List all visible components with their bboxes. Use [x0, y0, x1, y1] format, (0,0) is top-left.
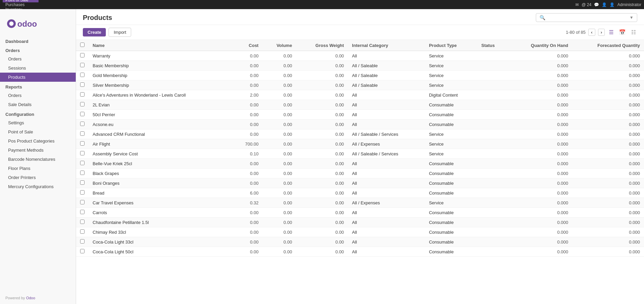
- next-page-button[interactable]: ›: [598, 29, 605, 36]
- sidebar-item-point-of-sale[interactable]: Point of Sale: [0, 127, 76, 136]
- cell-cost: 0.00: [232, 120, 262, 129]
- sidebar-item-payment-methods[interactable]: Payment Methods: [0, 146, 76, 155]
- table-row[interactable]: Belle-Vue Kriek 25cl0.000.000.00AllConsu…: [76, 159, 644, 169]
- row-checkbox-col[interactable]: [76, 198, 89, 208]
- row-checkbox-col[interactable]: [76, 100, 89, 110]
- row-checkbox[interactable]: [80, 63, 85, 67]
- row-checkbox[interactable]: [80, 141, 85, 146]
- username[interactable]: Administrator: [617, 2, 641, 7]
- table-row[interactable]: Bread6.000.000.00AllConsumable0.0000.000: [76, 188, 644, 198]
- cell-gross-weight: 0.00: [296, 149, 348, 159]
- row-checkbox[interactable]: [80, 249, 85, 253]
- row-checkbox-col[interactable]: [76, 110, 89, 120]
- activity-view-button[interactable]: 📅: [618, 28, 627, 36]
- odoo-link[interactable]: Odoo: [26, 296, 35, 300]
- search-bar[interactable]: 🔍 ▼: [536, 13, 637, 22]
- cell-forecasted-quantity: 0.000: [572, 247, 644, 257]
- row-checkbox-col[interactable]: [76, 80, 89, 90]
- row-checkbox-col[interactable]: [76, 51, 89, 61]
- prev-page-button[interactable]: ‹: [588, 29, 595, 36]
- row-checkbox[interactable]: [80, 200, 85, 204]
- search-input[interactable]: [547, 15, 627, 20]
- sidebar-group-orders[interactable]: Orders: [0, 45, 76, 54]
- table-row[interactable]: Black Grapes0.000.000.00AllConsumable0.0…: [76, 169, 644, 178]
- sidebar-item-sale-details[interactable]: Sale Details: [0, 100, 76, 109]
- table-row[interactable]: Coca-Cola Light 50cl0.000.000.00AllConsu…: [76, 247, 644, 257]
- select-all-col[interactable]: [76, 40, 89, 51]
- row-checkbox[interactable]: [80, 92, 85, 97]
- table-row[interactable]: Advanced CRM Functional0.000.000.00All /…: [76, 129, 644, 139]
- row-checkbox[interactable]: [80, 82, 85, 87]
- table-row[interactable]: Coca-Cola Light 33cl0.000.000.00AllConsu…: [76, 237, 644, 247]
- row-checkbox[interactable]: [80, 131, 85, 136]
- cell-product-type: Consumable: [425, 169, 477, 178]
- table-row[interactable]: Basic Membership0.000.000.00All / Saleab…: [76, 61, 644, 71]
- sidebar-item-pos-product-categories[interactable]: Pos Product Categories: [0, 136, 76, 146]
- row-checkbox[interactable]: [80, 239, 85, 244]
- sidebar-item-orders[interactable]: Orders: [0, 54, 76, 64]
- sidebar-item-products[interactable]: Products: [0, 73, 76, 82]
- row-checkbox-col[interactable]: [76, 178, 89, 188]
- sidebar-group-reports[interactable]: Reports: [0, 82, 76, 91]
- sidebar-item-orders[interactable]: Orders: [0, 91, 76, 100]
- list-view-button[interactable]: ☰: [607, 28, 615, 36]
- row-checkbox-col[interactable]: [76, 247, 89, 257]
- sidebar-item-order-printers[interactable]: Order Printers: [0, 173, 76, 182]
- search-dropdown-icon[interactable]: ▼: [629, 15, 634, 20]
- row-checkbox-col[interactable]: [76, 159, 89, 169]
- row-checkbox[interactable]: [80, 102, 85, 106]
- table-row[interactable]: Chimay Red 33cl0.000.000.00AllConsumable…: [76, 227, 644, 237]
- table-row[interactable]: Car Travel Expenses0.320.000.00All / Exp…: [76, 198, 644, 208]
- row-checkbox[interactable]: [80, 112, 85, 116]
- row-checkbox-col[interactable]: [76, 129, 89, 139]
- table-row[interactable]: Gold Membership0.000.000.00All / Saleabl…: [76, 71, 644, 80]
- row-checkbox-col[interactable]: [76, 61, 89, 71]
- table-row[interactable]: Air Flight700.000.000.00All / ExpensesSe…: [76, 139, 644, 149]
- table-row[interactable]: 50cl Perrier0.000.000.00AllConsumable0.0…: [76, 110, 644, 120]
- row-checkbox[interactable]: [80, 220, 85, 224]
- table-row[interactable]: Silver Membership0.000.000.00All / Salea…: [76, 80, 644, 90]
- row-checkbox-col[interactable]: [76, 149, 89, 159]
- topnav-item-purchases[interactable]: Purchases: [3, 2, 39, 7]
- table-row[interactable]: 2L Evian0.000.000.00AllConsumable0.0000.…: [76, 100, 644, 110]
- cell-gross-weight: 0.00: [296, 169, 348, 178]
- row-checkbox-col[interactable]: [76, 218, 89, 227]
- row-checkbox-col[interactable]: [76, 227, 89, 237]
- row-checkbox[interactable]: [80, 171, 85, 175]
- table-row[interactable]: Acsone.eu0.000.000.00AllConsumable0.0000…: [76, 120, 644, 129]
- table-row[interactable]: Carrots0.000.000.00AllConsumable0.0000.0…: [76, 208, 644, 218]
- create-button[interactable]: Create: [83, 28, 106, 36]
- sidebar-item-floor-plans[interactable]: Floor Plans: [0, 164, 76, 173]
- sidebar-item-settings[interactable]: Settings: [0, 118, 76, 127]
- row-checkbox[interactable]: [80, 151, 85, 155]
- row-checkbox-col[interactable]: [76, 169, 89, 178]
- row-checkbox-col[interactable]: [76, 237, 89, 247]
- sidebar-item-barcode-nomenclatures[interactable]: Barcode Nomenclatures: [0, 155, 76, 164]
- row-checkbox-col[interactable]: [76, 208, 89, 218]
- grid-view-button[interactable]: ☷: [630, 28, 637, 36]
- row-checkbox[interactable]: [80, 180, 85, 185]
- table-row[interactable]: Warranty0.000.000.00AllService0.0000.000: [76, 51, 644, 61]
- row-checkbox-col[interactable]: [76, 120, 89, 129]
- table-row[interactable]: Assembly Service Cost0.100.000.00All / S…: [76, 149, 644, 159]
- sidebar-group-configuration[interactable]: Configuration: [0, 109, 76, 118]
- row-checkbox-col[interactable]: [76, 188, 89, 198]
- table-row[interactable]: Boni Oranges0.000.000.00AllConsumable0.0…: [76, 178, 644, 188]
- select-all-checkbox[interactable]: [80, 43, 85, 47]
- row-checkbox[interactable]: [80, 190, 85, 195]
- row-checkbox[interactable]: [80, 122, 85, 126]
- row-checkbox[interactable]: [80, 73, 85, 77]
- row-checkbox[interactable]: [80, 53, 85, 57]
- row-checkbox[interactable]: [80, 210, 85, 214]
- row-checkbox-col[interactable]: [76, 139, 89, 149]
- import-button[interactable]: Import: [109, 28, 131, 37]
- row-checkbox-col[interactable]: [76, 90, 89, 100]
- row-checkbox[interactable]: [80, 161, 85, 165]
- sidebar-group-dashboard[interactable]: Dashboard: [0, 36, 76, 45]
- sidebar-item-mercury-configurations[interactable]: Mercury Configurations: [0, 182, 76, 191]
- row-checkbox[interactable]: [80, 229, 85, 234]
- table-row[interactable]: Alice's Adventures in Wonderland - Lewis…: [76, 90, 644, 100]
- row-checkbox-col[interactable]: [76, 71, 89, 80]
- sidebar-item-sessions[interactable]: Sessions: [0, 64, 76, 73]
- table-row[interactable]: Chaudfontaine Petillante 1.5l0.000.000.0…: [76, 218, 644, 227]
